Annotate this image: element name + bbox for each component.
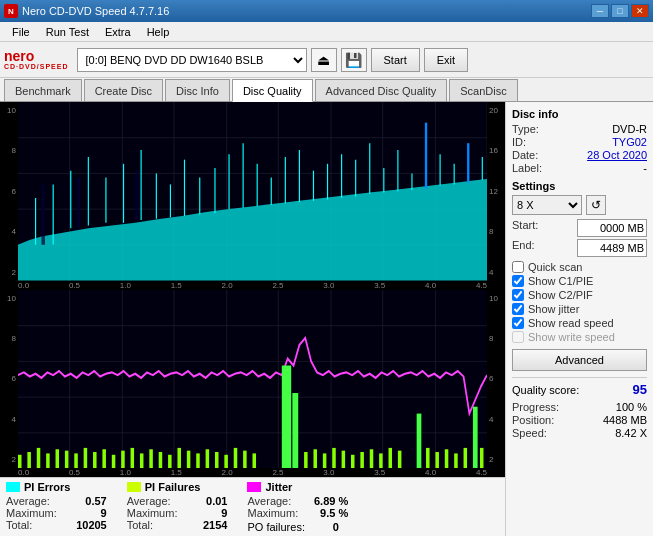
top-x-2.0: 2.0 [222, 281, 233, 290]
bot-y-right-8: 8 [487, 334, 505, 343]
svg-rect-96 [370, 449, 374, 468]
svg-rect-71 [112, 454, 116, 468]
svg-rect-79 [187, 450, 191, 468]
speed-row-display: Speed: 8.42 X [512, 427, 647, 439]
tab-disc-quality[interactable]: Disc Quality [232, 79, 313, 102]
svg-rect-69 [93, 452, 97, 468]
svg-rect-80 [196, 453, 200, 468]
minimize-button[interactable]: ─ [591, 4, 609, 18]
legend-pi-errors: PI Errors Average: 0.57 Maximum: 9 Total… [6, 481, 107, 533]
bot-y-left-10: 10 [0, 294, 18, 303]
svg-rect-93 [342, 450, 346, 468]
top-x-4.5: 4.5 [476, 281, 487, 290]
svg-rect-89 [304, 452, 308, 468]
disc-date-row: Date: 28 Oct 2020 [512, 149, 647, 161]
close-button[interactable]: ✕ [631, 4, 649, 18]
bot-y-left-6: 6 [0, 374, 18, 383]
jitter-title: Jitter [265, 481, 292, 493]
menu-run-test[interactable]: Run Test [38, 24, 97, 40]
pi-failures-total: Total: 2154 [127, 519, 228, 531]
tab-create-disc[interactable]: Create Disc [84, 79, 163, 101]
show-write-speed-label: Show write speed [528, 331, 615, 343]
top-x-3.5: 3.5 [374, 281, 385, 290]
tab-benchmark[interactable]: Benchmark [4, 79, 82, 101]
top-chart-svg [18, 102, 487, 281]
speed-value: 8.42 X [615, 427, 647, 439]
disc-info-section: Disc info Type: DVD-R ID: TYG02 Date: 28… [512, 108, 647, 174]
quick-scan-row: Quick scan [512, 261, 647, 273]
position-row: Position: 4488 MB [512, 414, 647, 426]
bot-x-0.0: 0.0 [18, 468, 29, 477]
svg-rect-85 [243, 450, 247, 468]
disc-date-value: 28 Oct 2020 [587, 149, 647, 161]
legend-pi-failures: PI Failures Average: 0.01 Maximum: 9 Tot… [127, 481, 228, 533]
bot-y-right-2: 2 [487, 455, 505, 464]
top-y-left-label-10: 10 [0, 106, 18, 115]
svg-rect-104 [454, 453, 458, 468]
menu-file[interactable]: File [4, 24, 38, 40]
svg-rect-67 [74, 453, 78, 468]
top-y-right-20: 20 [487, 106, 505, 115]
svg-rect-94 [351, 454, 355, 468]
settings-title: Settings [512, 180, 647, 192]
app-icon: N [4, 4, 18, 18]
main-content: 10 8 6 4 2 [0, 102, 653, 536]
refresh-button[interactable]: ↺ [586, 195, 606, 215]
show-read-speed-label: Show read speed [528, 317, 614, 329]
svg-rect-99 [398, 450, 402, 468]
top-x-1.5: 1.5 [171, 281, 182, 290]
speed-row: 8 X Max 4 X 12 X 16 X ↺ [512, 195, 647, 215]
exit-button[interactable]: Exit [424, 48, 468, 72]
menubar: File Run Test Extra Help [0, 22, 653, 42]
pi-errors-color-swatch [6, 482, 20, 492]
eject-button[interactable]: ⏏ [311, 48, 337, 72]
top-x-4.0: 4.0 [425, 281, 436, 290]
svg-rect-70 [102, 449, 106, 468]
menu-help[interactable]: Help [139, 24, 178, 40]
bot-x-3.5: 3.5 [374, 468, 385, 477]
svg-rect-107 [480, 447, 484, 468]
menu-extra[interactable]: Extra [97, 24, 139, 40]
quality-score-value: 95 [633, 382, 647, 397]
show-read-speed-checkbox[interactable] [512, 317, 524, 329]
nero-product-text: CD·DVD/SPEED [4, 63, 69, 70]
bot-y-right-10: 10 [487, 294, 505, 303]
show-c1pie-checkbox[interactable] [512, 275, 524, 287]
tab-scan-disc[interactable]: ScanDisc [449, 79, 517, 101]
show-jitter-checkbox[interactable] [512, 303, 524, 315]
svg-rect-62 [27, 452, 31, 468]
save-button[interactable]: 💾 [341, 48, 367, 72]
top-x-0.5: 0.5 [69, 281, 80, 290]
disc-info-title: Disc info [512, 108, 647, 120]
show-jitter-label: Show jitter [528, 303, 579, 315]
nero-brand-text: nero [4, 49, 34, 63]
tab-advanced-disc-quality[interactable]: Advanced Disc Quality [315, 79, 448, 101]
advanced-button[interactable]: Advanced [512, 349, 647, 371]
svg-rect-63 [37, 447, 41, 468]
start-mb-input[interactable] [577, 219, 647, 237]
top-y-left-label-4: 4 [0, 227, 18, 236]
tab-disc-info[interactable]: Disc Info [165, 79, 230, 101]
end-mb-input[interactable] [577, 239, 647, 257]
show-c1pie-row: Show C1/PIE [512, 275, 647, 287]
svg-rect-88 [292, 392, 298, 468]
quick-scan-label: Quick scan [528, 261, 582, 273]
svg-rect-78 [177, 447, 181, 468]
maximize-button[interactable]: □ [611, 4, 629, 18]
svg-rect-84 [234, 447, 238, 468]
right-panel: Disc info Type: DVD-R ID: TYG02 Date: 28… [505, 102, 653, 536]
bot-x-1.0: 1.0 [120, 468, 131, 477]
svg-rect-101 [426, 447, 430, 468]
quick-scan-checkbox[interactable] [512, 261, 524, 273]
device-select[interactable]: [0:0] BENQ DVD DD DW1640 BSLB [77, 48, 307, 72]
disc-type-value: DVD-R [612, 123, 647, 135]
show-c2pif-checkbox[interactable] [512, 289, 524, 301]
speed-select[interactable]: 8 X Max 4 X 12 X 16 X [512, 195, 582, 215]
settings-section: Settings 8 X Max 4 X 12 X 16 X ↺ Start: … [512, 180, 647, 371]
svg-rect-77 [168, 454, 172, 468]
svg-rect-102 [435, 452, 439, 468]
start-button[interactable]: Start [371, 48, 420, 72]
show-jitter-row: Show jitter [512, 303, 647, 315]
bot-x-0.5: 0.5 [69, 468, 80, 477]
show-c2pif-row: Show C2/PIF [512, 289, 647, 301]
